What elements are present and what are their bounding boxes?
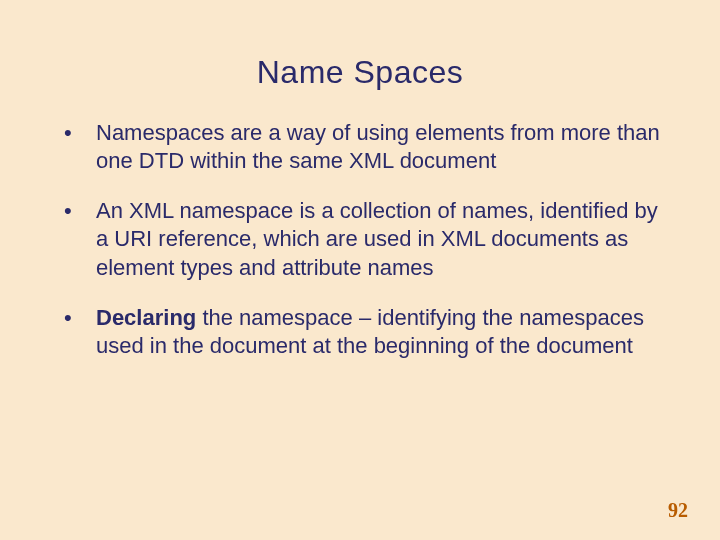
slide: Name Spaces Namespaces are a way of usin…: [0, 0, 720, 540]
slide-title: Name Spaces: [50, 54, 670, 91]
list-item: An XML namespace is a collection of name…: [50, 197, 670, 281]
list-item: Declaring the namespace – identifying th…: [50, 304, 670, 360]
bullet-bold-lead: Declaring: [96, 305, 196, 330]
bullet-text: Namespaces are a way of using elements f…: [96, 120, 660, 173]
bullet-text: An XML namespace is a collection of name…: [96, 198, 658, 279]
list-item: Namespaces are a way of using elements f…: [50, 119, 670, 175]
bullet-list: Namespaces are a way of using elements f…: [50, 119, 670, 360]
page-number: 92: [668, 499, 688, 522]
